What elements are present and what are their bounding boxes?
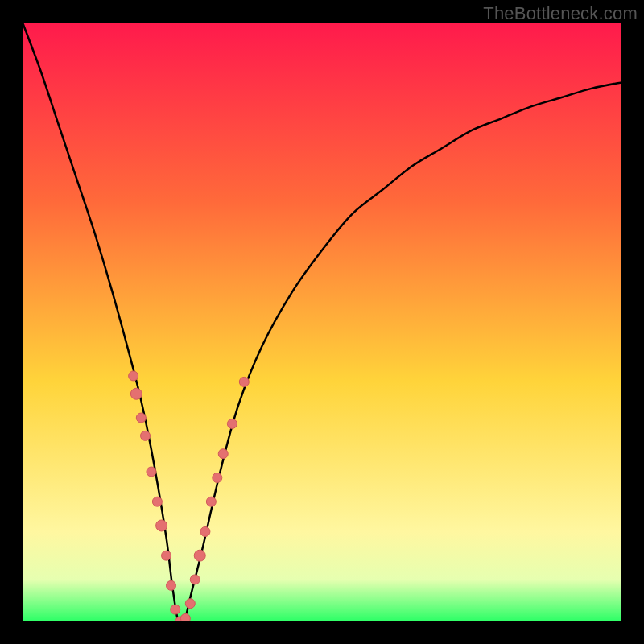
data-marker — [167, 580, 176, 590]
data-marker — [171, 605, 180, 614]
data-marker — [239, 377, 249, 386]
data-marker — [136, 413, 146, 423]
data-marker — [129, 371, 138, 381]
bottleneck-curve — [23, 23, 621, 621]
data-marker — [180, 613, 190, 621]
watermark-text: TheBottleneck.com — [483, 3, 638, 24]
data-marker — [141, 431, 151, 440]
data-marker — [227, 419, 237, 428]
data-marker — [147, 467, 156, 477]
markers-group — [129, 371, 250, 621]
data-marker — [218, 449, 228, 459]
data-marker — [200, 526, 210, 536]
chart-frame: TheBottleneck.com — [0, 0, 644, 644]
data-marker — [194, 550, 205, 561]
chart-svg — [23, 23, 621, 621]
data-marker — [185, 599, 195, 609]
data-marker — [162, 551, 171, 560]
data-marker — [213, 473, 222, 482]
plot-area — [23, 23, 621, 621]
data-marker — [156, 520, 167, 531]
data-marker — [190, 575, 200, 584]
data-marker — [206, 497, 216, 506]
data-marker — [152, 497, 162, 506]
data-marker — [130, 388, 142, 399]
